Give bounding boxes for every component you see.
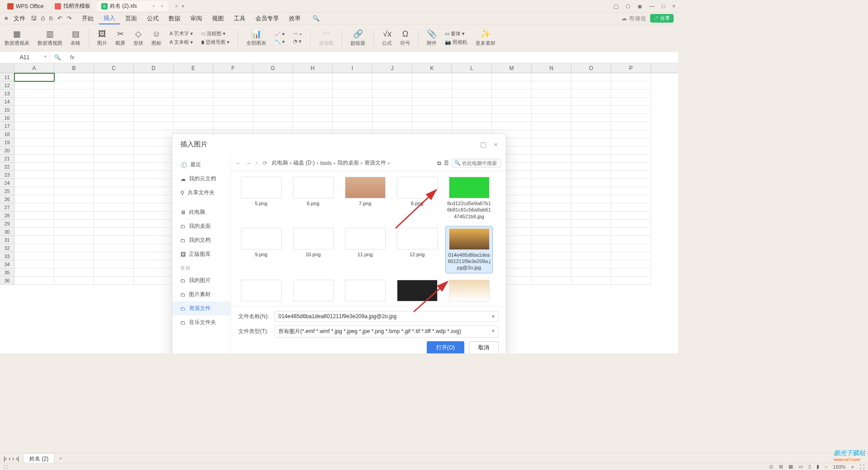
pivot-table-button[interactable]: ▦数据透视表	[5, 29, 29, 47]
dialog-maximize-icon[interactable]: ▢	[480, 141, 486, 149]
maximize-icon[interactable]: □	[662, 3, 665, 9]
save-icon[interactable]: 🖫	[31, 15, 37, 22]
nav-up-icon[interactable]: ↑	[255, 160, 258, 166]
fx-icon[interactable]: fx	[66, 54, 79, 61]
cancel-button[interactable]: 取消	[469, 341, 499, 353]
form-button[interactable]: ▭ 窗体 ▾	[445, 30, 467, 37]
file-item[interactable]: 6.png	[289, 175, 337, 221]
file-item[interactable]	[341, 278, 389, 305]
undo-icon[interactable]: ↶	[57, 15, 62, 22]
side-music[interactable]: 🗀 音乐文件夹	[172, 315, 231, 329]
symbol-button[interactable]: Ω符号	[400, 29, 410, 47]
menu-view[interactable]: 视图	[208, 13, 228, 24]
file-item[interactable]	[445, 278, 493, 305]
file-item[interactable]: 014e485d6ba1dea801211f9e3e209a.jpg@2o.jp…	[445, 226, 493, 273]
nav-refresh-icon[interactable]: ⟳	[263, 160, 267, 166]
icons-button[interactable]: ☺图标	[151, 29, 161, 47]
minimize-icon[interactable]: —	[649, 3, 655, 9]
hamburger-icon[interactable]: ≡	[5, 15, 8, 22]
file-item[interactable]: 8cd122cd5e9a87b16b81c81c56a8ab61474521b8…	[445, 175, 493, 221]
nav-fwd-icon[interactable]: →	[245, 160, 251, 166]
hyperlink-button[interactable]: 🔗超链接	[350, 29, 365, 47]
menu-insert[interactable]: 插入	[99, 13, 120, 24]
window-icon[interactable]: ▢	[613, 3, 618, 9]
menu-review[interactable]: 审阅	[186, 13, 207, 24]
open-button[interactable]: 打开(O)	[427, 341, 464, 353]
formula-input[interactable]	[79, 54, 678, 61]
file-item[interactable]: 8.png	[393, 175, 441, 221]
picture-button[interactable]: 🖼图片	[97, 29, 107, 47]
nav-back-icon[interactable]: ←	[236, 160, 241, 166]
file-item[interactable]: 7.png	[341, 175, 389, 221]
menu-file[interactable]: 文件	[9, 13, 30, 24]
flowchart-button[interactable]: ⬭ 流程图 ▾	[201, 30, 230, 37]
file-item[interactable]: 5.png	[237, 175, 285, 221]
side-gallery[interactable]: 🖼 正版图库	[172, 247, 231, 261]
menu-start[interactable]: 开始	[77, 13, 98, 24]
filename-field[interactable]: 014e485d6ba1dea801211f9e3e209a.jpg@2o.jp…	[274, 311, 499, 322]
file-item[interactable]	[289, 278, 337, 305]
file-item[interactable]	[237, 278, 285, 305]
menu-formula[interactable]: 公式	[142, 13, 163, 24]
file-item[interactable]: 9.png	[237, 226, 285, 273]
tab-wps[interactable]: WPS Office	[3, 2, 48, 11]
file-item[interactable]	[393, 278, 441, 305]
more-assets-button[interactable]: ✨更多素材	[476, 29, 495, 47]
side-share[interactable]: ⚲ 共享文件夹	[172, 186, 231, 200]
chart-type-3[interactable]: 〰 ▾	[293, 31, 302, 37]
side-cloud[interactable]: ☁ 我的云文档	[172, 172, 231, 186]
view-icon[interactable]: ☰	[444, 160, 449, 166]
all-charts-button[interactable]: 📊全部图表	[246, 29, 266, 47]
file-item[interactable]: 10.png	[289, 226, 337, 273]
file-list[interactable]: 5.png 6.png 7.png 8.png 8cd122cd5e9a87b1…	[231, 171, 506, 306]
equation-button[interactable]: √x公式	[382, 29, 392, 47]
new-window-icon[interactable]: ⧉	[437, 160, 441, 166]
tab-document[interactable]: S姓名 (2).xls•×	[97, 1, 168, 11]
close-window-icon[interactable]: ×	[672, 3, 675, 9]
attachment-button[interactable]: 📎附件	[427, 29, 437, 47]
close-icon[interactable]: ×	[160, 3, 164, 9]
side-material[interactable]: 🗀 图片素材	[172, 287, 231, 301]
side-desktop[interactable]: 🗀 我的桌面	[172, 219, 231, 233]
sync-status[interactable]: ☁ 有修改	[621, 14, 646, 23]
search-icon[interactable]: 🔍	[312, 15, 320, 22]
dialog-close-icon[interactable]: ×	[494, 141, 498, 149]
print-icon[interactable]: ⎙	[41, 15, 45, 22]
shapes-button[interactable]: ◇形状	[133, 29, 143, 47]
menu-efficiency[interactable]: 效率	[284, 13, 305, 24]
tab-menu-icon[interactable]: ▾	[182, 4, 184, 9]
sparkline-button[interactable]: 〰迷你图	[319, 29, 334, 47]
camera-button[interactable]: 📷 照相机	[445, 39, 467, 46]
share-button[interactable]: ↗ 分享	[650, 14, 674, 23]
side-docs[interactable]: 🗀 我的文档	[172, 233, 231, 247]
cube-icon[interactable]: ⬡	[626, 3, 630, 9]
table-button[interactable]: ▤表格	[71, 29, 80, 47]
menu-tools[interactable]: 工具	[229, 13, 250, 24]
tab-template[interactable]: 找稻壳模板	[50, 1, 95, 11]
add-tab-icon[interactable]: ＋	[174, 2, 179, 10]
menu-member[interactable]: 会员专享	[251, 13, 283, 24]
avatar-icon[interactable]: ◉	[637, 3, 642, 9]
filetype-field[interactable]: 所有图片(*.emf *.wmf *.jpg *.jpeg *.jpe *.pn…	[274, 325, 499, 338]
redo-icon[interactable]: ↷	[67, 15, 72, 22]
side-resources[interactable]: 🗀 资源文件	[172, 301, 231, 315]
preview-icon[interactable]: ⎘	[49, 15, 53, 22]
chart-type-4[interactable]: ◔ ▾	[293, 38, 302, 44]
chart-type-1[interactable]: 📈 ▾	[274, 31, 285, 37]
spreadsheet-grid[interactable]: ABCDEFGHIJKLMNOP 11121314151617181920212…	[0, 63, 678, 353]
menu-page[interactable]: 页面	[121, 13, 142, 24]
file-item[interactable]: 12.png	[393, 226, 441, 273]
wordart-button[interactable]: A 艺术字 ▾	[170, 30, 193, 37]
side-pics[interactable]: 🗀 我的图片	[172, 273, 231, 287]
file-item[interactable]: 11.png	[341, 226, 389, 273]
name-box[interactable]: A11	[0, 53, 50, 62]
screenshot-button[interactable]: ✂截屏	[115, 29, 125, 47]
pivot-chart-button[interactable]: ▥数据透视图	[38, 29, 62, 47]
side-pc[interactable]: 🖥 此电脑	[172, 205, 231, 219]
mindmap-button[interactable]: ⬮ 思维导图 ▾	[201, 39, 230, 46]
side-recent[interactable]: 🕘 最近	[172, 158, 231, 172]
cancel-formula-icon[interactable]: 🔍	[50, 54, 66, 61]
menu-data[interactable]: 数据	[164, 13, 185, 24]
chart-type-2[interactable]: 📉 ▾	[274, 39, 285, 45]
textbox-button[interactable]: A 文本框 ▾	[170, 39, 193, 46]
